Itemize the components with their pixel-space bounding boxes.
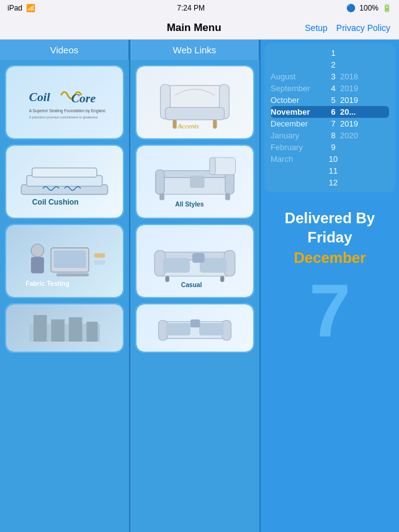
cal-row-10: March 10 xyxy=(271,153,389,165)
svg-rect-17 xyxy=(34,315,47,342)
svg-rect-20 xyxy=(87,321,98,341)
svg-text:A Superior Seating Foundation : A Superior Seating Foundation by England xyxy=(29,109,105,113)
video-thumb-factory[interactable] xyxy=(5,303,124,353)
svg-rect-44 xyxy=(192,253,205,263)
cal-month-7: December xyxy=(271,119,326,128)
svg-rect-53 xyxy=(191,319,200,327)
svg-rect-24 xyxy=(166,107,225,120)
svg-rect-19 xyxy=(69,317,82,341)
status-bar: iPad 📶 7:24 PM 🔵 100% 🔋 xyxy=(0,0,399,16)
cal-row-4: September 4 2019 xyxy=(271,82,389,94)
web-link-thumb-all-styles[interactable]: All Styles xyxy=(135,144,254,219)
factory-svg xyxy=(15,311,114,346)
delivered-month: December xyxy=(294,249,365,267)
svg-text:A precision promise commitment: A precision promise commitment to greatn… xyxy=(29,115,98,119)
svg-text:Accents: Accents xyxy=(177,122,199,130)
coil-core-logo-svg: Coil Core A Superior Seating Foundation … xyxy=(24,79,105,125)
cal-year-7: 2019 xyxy=(340,119,389,128)
setup-button[interactable]: Setup xyxy=(305,23,328,33)
casual-sofa-svg: Casual xyxy=(145,234,244,288)
status-time: 7:24 PM xyxy=(177,4,205,12)
svg-rect-6 xyxy=(32,167,97,177)
cal-year-5: 2019 xyxy=(340,95,389,105)
status-right: 🔵 100% 🔋 xyxy=(346,4,392,12)
calendar-section[interactable]: 1 2 August 3 2018 September 4 2019 Octob… xyxy=(264,43,395,192)
svg-rect-51 xyxy=(166,322,191,335)
accents-chair-svg: Accents xyxy=(145,76,244,130)
svg-rect-25 xyxy=(173,120,176,128)
battery-icon: 🔋 xyxy=(382,4,392,12)
cal-row-5[interactable]: October 5 2019 xyxy=(271,94,389,106)
cal-row-1: 1 xyxy=(271,47,389,59)
coil-cushion-svg: Coil Cushion xyxy=(15,155,114,209)
privacy-policy-button[interactable]: Privacy Policy xyxy=(336,23,390,33)
svg-text:Casual: Casual xyxy=(181,282,202,288)
cal-row-8: January 8 2020 xyxy=(271,130,389,141)
cal-num-4: 4 xyxy=(326,84,340,93)
svg-text:Core: Core xyxy=(71,91,96,105)
cal-num-3: 3 xyxy=(326,72,340,81)
svg-rect-13 xyxy=(94,253,105,257)
cal-num-6: 6 xyxy=(326,107,340,117)
svg-rect-30 xyxy=(156,169,164,194)
cal-row-2: 2 xyxy=(271,59,389,71)
svg-rect-45 xyxy=(166,276,169,282)
cal-num-1: 1 xyxy=(326,48,340,58)
cal-month-5: October xyxy=(271,95,326,105)
device-label: iPad xyxy=(7,4,22,12)
videos-column: Videos Coil Core A Superior Seating Foun… xyxy=(0,40,130,532)
web-link-thumb-casual[interactable]: Casual xyxy=(135,224,254,298)
cal-num-10: 10 xyxy=(326,154,340,164)
cal-num-11: 11 xyxy=(326,166,340,175)
svg-rect-18 xyxy=(52,319,65,342)
cal-row-7[interactable]: December 7 2019 xyxy=(271,118,389,130)
svg-rect-32 xyxy=(159,193,164,200)
svg-text:Fabric Testing: Fabric Testing xyxy=(25,280,69,286)
svg-rect-35 xyxy=(210,157,215,174)
cal-month-3: August xyxy=(271,72,326,81)
delivered-day-number: 7 xyxy=(309,273,351,347)
web-link-thumb-sofa[interactable] xyxy=(135,303,254,353)
cal-row-12: 12 xyxy=(271,177,389,188)
web-links-grid: Accents xyxy=(130,60,259,358)
nav-actions[interactable]: Setup Privacy Policy xyxy=(305,23,390,33)
svg-text:Coil: Coil xyxy=(29,90,50,104)
cal-num-5: 5 xyxy=(326,95,340,105)
cal-month-10: March xyxy=(271,154,326,164)
fabric-testing-svg: Fabric Testing xyxy=(15,234,114,288)
svg-rect-33 xyxy=(225,193,230,200)
svg-rect-52 xyxy=(199,322,223,335)
video-thumb-fabric-testing[interactable]: Fabric Testing xyxy=(5,224,124,298)
web-links-header: Web Links xyxy=(130,40,259,60)
video-thumb-coil-cushion[interactable]: Coil Cushion xyxy=(5,144,124,219)
cal-num-7: 7 xyxy=(326,119,340,128)
sofa-svg xyxy=(145,311,244,346)
cal-row-6[interactable]: November 6 20... xyxy=(271,106,389,118)
svg-rect-14 xyxy=(94,260,105,264)
delivered-by-title: Delivered By Friday xyxy=(285,208,375,247)
svg-rect-9 xyxy=(31,257,44,273)
cal-num-8: 8 xyxy=(326,131,340,140)
cal-month-8: January xyxy=(271,131,326,140)
video-thumb-coil-core[interactable]: Coil Core A Superior Seating Foundation … xyxy=(5,65,124,140)
cal-month-4: September xyxy=(271,84,326,93)
cal-month-9: February xyxy=(271,143,326,152)
svg-rect-11 xyxy=(54,250,86,268)
cal-row-3: August 3 2018 xyxy=(271,71,389,82)
svg-rect-42 xyxy=(163,257,191,272)
cal-year-8: 2020 xyxy=(340,131,389,140)
web-links-column: Web Links Accents xyxy=(130,40,261,532)
cal-row-11: 11 xyxy=(271,165,389,177)
bluetooth-icon: 🔵 xyxy=(346,4,356,12)
svg-text:All Styles: All Styles xyxy=(175,201,204,208)
nav-title: Main Menu xyxy=(83,22,305,34)
web-link-thumb-accents[interactable]: Accents xyxy=(135,65,254,140)
cal-year-3: 2018 xyxy=(340,72,389,81)
svg-rect-12 xyxy=(56,273,89,276)
cal-year-6: 20... xyxy=(340,107,389,117)
cal-num-9: 9 xyxy=(326,143,340,152)
battery-label: 100% xyxy=(359,4,379,12)
nav-bar: Main Menu Setup Privacy Policy xyxy=(0,16,399,40)
svg-rect-46 xyxy=(220,276,224,282)
cal-row-9: February 9 xyxy=(271,141,389,153)
